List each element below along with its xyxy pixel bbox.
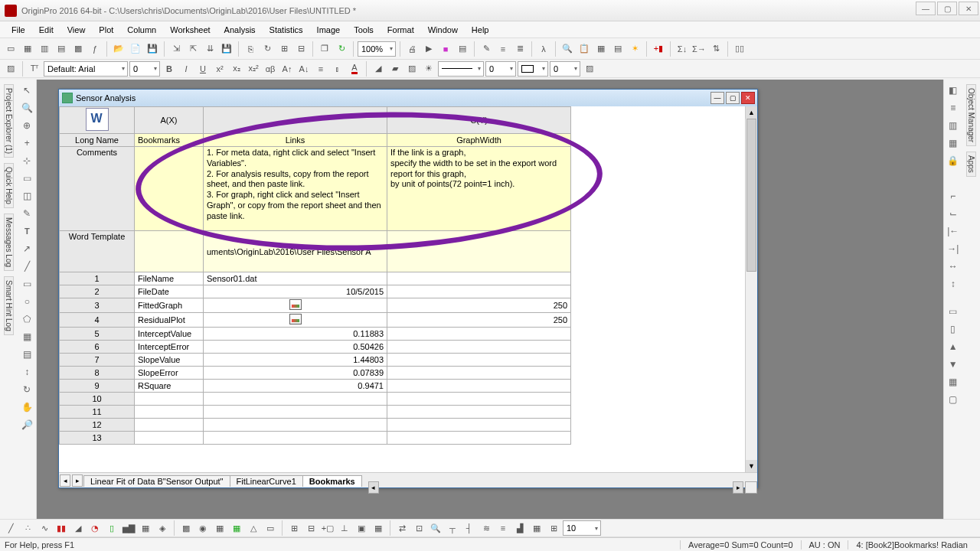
minimize-button[interactable]: — (916, 2, 936, 15)
new-function-icon[interactable]: ƒ (87, 41, 103, 57)
add-axis-icon[interactable]: ⊥ (337, 520, 352, 536)
video-icon[interactable]: ■ (438, 41, 453, 57)
find-icon[interactable]: 🔍 (560, 41, 575, 57)
image-plot-icon[interactable]: ▦ (212, 520, 227, 536)
cell-b[interactable] (204, 432, 387, 445)
stats-on-rows-icon[interactable]: Σ→ (691, 41, 707, 57)
worksheet-grid[interactable]: A(X) C(Y) Long Name Bookmarks Links Grap… (59, 106, 571, 445)
row-header[interactable]: 10 (60, 393, 135, 406)
col-designation-icon[interactable]: ▯▯ (732, 41, 747, 57)
insert-icon[interactable]: ▤ (19, 347, 34, 362)
batch-icon[interactable]: ⎘ (243, 41, 258, 57)
quick-help-tab[interactable]: Quick Help (4, 163, 14, 208)
add-top-x-icon[interactable]: ┬ (445, 520, 460, 536)
row-header[interactable]: 13 (60, 432, 135, 445)
scroll-thumb[interactable] (746, 119, 756, 272)
messages-log-tab[interactable]: Messages Log (4, 214, 14, 271)
layer-icon[interactable]: ▥ (946, 118, 961, 133)
align-icon[interactable]: ≡ (313, 61, 328, 77)
circle-tool-icon[interactable]: ○ (19, 294, 34, 309)
cell-b[interactable]: 1.44803 (204, 354, 387, 367)
stack-lines-icon[interactable]: ≡ (495, 520, 511, 536)
front-icon[interactable]: ▲ (946, 339, 961, 354)
arrow-tool-icon[interactable]: ↗ (19, 241, 34, 256)
col-a-header[interactable]: A(X) (135, 107, 204, 134)
bold-icon[interactable]: B (162, 61, 177, 77)
cell-a[interactable]: SlopeError (135, 367, 204, 380)
uniform-height-icon[interactable]: ▯ (946, 321, 961, 337)
bottom-align-icon[interactable]: ⌙ (946, 206, 961, 221)
surface-icon[interactable]: ▩ (178, 520, 194, 536)
wordtemplate-b[interactable]: uments\OriginLab\2016\User Files\Sensor … (204, 231, 387, 272)
cell-c[interactable] (387, 432, 571, 445)
cell-a[interactable]: FileDate (135, 285, 204, 298)
digitizer-icon[interactable]: ✎ (479, 41, 494, 57)
row-header[interactable]: 2 (60, 285, 135, 298)
add-new-columns-icon[interactable]: +▮ (651, 41, 666, 57)
row-header[interactable]: 4 (60, 313, 135, 328)
menu-analysis[interactable]: Analysis (217, 23, 263, 37)
new-excel-icon[interactable]: ▥ (37, 41, 52, 57)
mask-icon[interactable]: ▭ (19, 171, 34, 186)
row-header[interactable]: 6 (60, 341, 135, 354)
hscroll-left-icon[interactable]: ◂ (368, 481, 379, 494)
cell-c[interactable] (387, 406, 571, 419)
row-header[interactable]: 5 (60, 328, 135, 341)
wordtemplate-a[interactable] (135, 231, 204, 272)
cell-b[interactable] (204, 406, 387, 419)
scroll-down-icon[interactable]: ▼ (746, 460, 757, 472)
region-icon[interactable]: ◫ (19, 188, 34, 204)
decrease-font-icon[interactable]: A↓ (296, 61, 312, 77)
cell-a[interactable]: RSquare (135, 380, 204, 393)
cell-c[interactable] (387, 419, 571, 432)
3d-plot-icon[interactable]: ◈ (155, 520, 170, 536)
longname-label[interactable]: Long Name (60, 134, 135, 147)
sheet-tab-3[interactable]: Bookmarks (302, 475, 362, 487)
import-wizard-icon[interactable]: ⇲ (168, 41, 184, 57)
row-header[interactable]: 12 (60, 419, 135, 432)
import-multiple-icon[interactable]: ⇊ (202, 41, 217, 57)
cell-a[interactable] (135, 393, 204, 406)
zoom-graph-icon[interactable]: 🔍 (428, 520, 443, 536)
mask-points-icon[interactable]: ▦ (946, 135, 961, 151)
col-b-header[interactable] (204, 107, 387, 134)
rotate-icon[interactable]: ↻ (19, 382, 34, 397)
lighting-icon[interactable]: ☀ (421, 61, 436, 77)
merge-icon[interactable]: ⊞ (286, 520, 302, 536)
center-h-icon[interactable]: ↔ (946, 259, 961, 274)
close-button[interactable]: ✕ (959, 2, 978, 15)
cell-c[interactable] (387, 285, 571, 298)
col-c-header[interactable]: C(Y) (387, 107, 571, 134)
project-explorer-tab[interactable]: Project Explorer (1) (4, 84, 14, 158)
right-align-icon[interactable]: →| (946, 241, 961, 256)
colormap-icon[interactable]: ▦ (529, 520, 544, 536)
menu-plot[interactable]: Plot (92, 23, 120, 37)
vertical-align-icon[interactable]: ⫾ (330, 61, 345, 77)
workbook-titlebar[interactable]: Sensor Analysis — ▢ ✕ (59, 90, 757, 106)
offset-icon[interactable]: ≋ (479, 520, 494, 536)
cell-a[interactable]: InterceptError (135, 341, 204, 354)
cell-c[interactable] (387, 272, 571, 285)
fill-color-icon[interactable]: ▰ (387, 61, 403, 77)
script-window-icon[interactable]: ▤ (610, 41, 626, 57)
superscript2-icon[interactable]: x² (212, 61, 227, 77)
histogram-icon[interactable]: ▅▇ (121, 520, 136, 536)
cell-b[interactable] (204, 393, 387, 406)
line-plot-icon[interactable]: ╱ (3, 520, 18, 536)
menu-edit[interactable]: Edit (32, 23, 60, 37)
slide-show-icon[interactable]: ▶ (421, 41, 436, 57)
template-icon[interactable]: ▭ (263, 520, 278, 536)
child-close-button[interactable]: ✕ (741, 92, 755, 104)
menu-tools[interactable]: Tools (347, 23, 381, 37)
uniform-width-icon[interactable]: ▭ (946, 304, 961, 319)
apps-tab[interactable]: Apps (966, 152, 976, 177)
save-icon[interactable]: 💾 (145, 41, 160, 57)
line-color-icon[interactable]: ◢ (371, 61, 386, 77)
add-inset-icon[interactable]: ▣ (354, 520, 369, 536)
rectangle-tool-icon[interactable]: ▭ (19, 276, 34, 292)
fill-icon[interactable]: ▨ (3, 61, 18, 77)
cell-a[interactable] (135, 432, 204, 445)
menu-image[interactable]: Image (310, 23, 348, 37)
cell-a[interactable] (135, 419, 204, 432)
draw-data-icon[interactable]: ✎ (19, 206, 34, 221)
